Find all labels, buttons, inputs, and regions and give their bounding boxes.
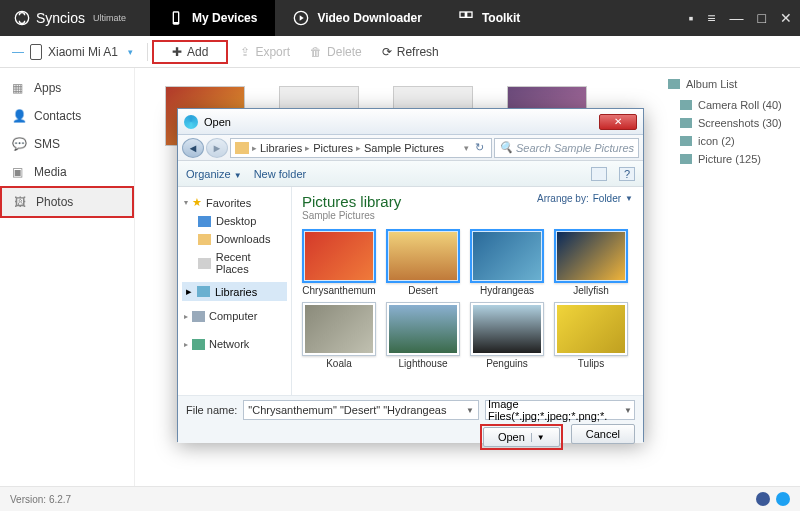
picture-name: Hydrangeas — [470, 285, 544, 296]
maximize-button[interactable]: □ — [758, 10, 766, 26]
twitter-icon[interactable] — [776, 492, 790, 506]
picture-name: Koala — [302, 358, 376, 369]
add-button[interactable]: ✚ Add — [162, 45, 218, 59]
grid-icon — [458, 10, 474, 26]
dialog-title: Open — [204, 116, 231, 128]
close-button[interactable]: ✕ — [780, 10, 792, 26]
device-icon — [30, 44, 42, 60]
breadcrumb-bar[interactable]: ▸ Libraries ▸ Pictures ▸ Sample Pictures… — [230, 138, 492, 158]
nav-downloads[interactable]: Downloads — [182, 230, 287, 248]
dialog-search-input[interactable]: 🔍 Search Sample Pictures — [494, 138, 639, 158]
picture-item[interactable]: Penguins — [470, 302, 544, 369]
album-item[interactable]: Camera Roll (40) — [668, 96, 792, 114]
sidebar-item-media[interactable]: ▣Media — [0, 158, 134, 186]
libraries-icon — [197, 286, 210, 297]
device-name: Xiaomi Mi A1 — [48, 45, 118, 59]
action-bar: — Xiaomi Mi A1 ▾ ✚ Add ⇪ Export 🗑 Delete… — [0, 36, 800, 68]
highlight-photos: 🖼Photos — [0, 186, 134, 218]
nav-network[interactable]: ▸Network — [182, 335, 287, 353]
picture-item[interactable]: Desert — [386, 229, 460, 296]
device-selector[interactable]: — Xiaomi Mi A1 ▾ — [0, 44, 145, 60]
library-subtitle: Sample Pictures — [302, 210, 401, 221]
recent-icon — [198, 258, 211, 269]
refresh-icon: ⟳ — [382, 45, 392, 59]
nav-desktop[interactable]: Desktop — [182, 212, 287, 230]
dialog-address-bar: ◄ ► ▸ Libraries ▸ Pictures ▸ Sample Pict… — [178, 135, 643, 161]
downloads-icon — [198, 234, 211, 245]
svg-rect-2 — [174, 13, 178, 22]
delete-button[interactable]: 🗑 Delete — [300, 45, 372, 59]
tab-toolkit[interactable]: Toolkit — [440, 0, 538, 36]
view-mode-button[interactable] — [591, 167, 607, 181]
left-sidebar: ▦Apps 👤Contacts 💬SMS ▣Media 🖼Photos — [0, 68, 135, 486]
filename-input[interactable]: "Chrysanthemum" "Desert" "Hydrangeas▼ — [243, 400, 479, 420]
minimize-button[interactable]: — — [730, 10, 744, 26]
sidebar-item-sms[interactable]: 💬SMS — [0, 130, 134, 158]
title-bar: Syncios Ultimate My Devices Video Downlo… — [0, 0, 800, 36]
picture-item[interactable]: Chrysanthemum — [302, 229, 376, 296]
syncios-icon — [14, 10, 30, 26]
album-list-header: Album List — [668, 78, 792, 90]
picture-item[interactable]: Hydrangeas — [470, 229, 544, 296]
nav-back-button[interactable]: ◄ — [182, 138, 204, 158]
help-button[interactable]: ? — [619, 167, 635, 181]
highlight-open: Open▼ — [480, 424, 563, 450]
tab-video-downloader[interactable]: Video Downloader — [275, 0, 439, 36]
status-bar: Version: 6.2.7 — [0, 486, 800, 511]
social-links — [756, 492, 790, 506]
arrange-by-menu[interactable]: Arrange by: Folder ▼ — [537, 193, 633, 204]
picture-name: Jellyfish — [554, 285, 628, 296]
feedback-icon[interactable]: ▪ — [688, 10, 693, 26]
sidebar-item-contacts[interactable]: 👤Contacts — [0, 102, 134, 130]
svg-rect-4 — [460, 12, 465, 17]
dialog-titlebar: Open ✕ — [178, 109, 643, 135]
export-icon: ⇪ — [240, 45, 250, 59]
library-title: Pictures library — [302, 193, 401, 210]
folder-icon — [680, 136, 692, 146]
picture-name: Tulips — [554, 358, 628, 369]
tab-my-devices[interactable]: My Devices — [150, 0, 275, 36]
album-item[interactable]: Screenshots (30) — [668, 114, 792, 132]
dialog-close-button[interactable]: ✕ — [599, 114, 637, 130]
play-icon — [293, 10, 309, 26]
picture-item[interactable]: Lighthouse — [386, 302, 460, 369]
app-logo: Syncios Ultimate — [0, 10, 140, 26]
open-file-dialog: Open ✕ ◄ ► ▸ Libraries ▸ Pictures ▸ Samp… — [177, 108, 644, 442]
album-icon — [668, 79, 680, 89]
add-icon: ✚ — [172, 45, 182, 59]
picture-item[interactable]: Tulips — [554, 302, 628, 369]
sidebar-item-photos[interactable]: 🖼Photos — [2, 188, 132, 216]
library-icon — [235, 142, 249, 154]
filetype-select[interactable]: Image Files(*.jpg;*.jpeg;*.png;*.▼ — [485, 400, 635, 420]
new-folder-button[interactable]: New folder — [254, 168, 307, 180]
filename-label: File name: — [186, 404, 237, 416]
export-button[interactable]: ⇪ Export — [230, 45, 300, 59]
app-edition: Ultimate — [93, 13, 126, 23]
folder-icon — [680, 100, 692, 110]
sms-icon: 💬 — [12, 137, 26, 151]
menu-icon[interactable]: ≡ — [707, 10, 715, 26]
picture-item[interactable]: Jellyfish — [554, 229, 628, 296]
app-name: Syncios — [36, 10, 85, 26]
nav-forward-button[interactable]: ► — [206, 138, 228, 158]
album-item[interactable]: icon (2) — [668, 132, 792, 150]
svg-rect-5 — [467, 12, 472, 17]
nav-recent[interactable]: Recent Places — [182, 248, 287, 278]
folder-icon — [680, 118, 692, 128]
nav-favorites[interactable]: ▾★Favorites — [182, 193, 287, 212]
nav-computer[interactable]: ▸Computer — [182, 307, 287, 325]
media-icon: ▣ — [12, 165, 26, 179]
open-button[interactable]: Open▼ — [483, 427, 560, 447]
dialog-file-list: Pictures library Sample Pictures Arrange… — [292, 187, 643, 395]
refresh-button[interactable]: ⟳ Refresh — [372, 45, 449, 59]
apps-icon: ▦ — [12, 81, 26, 95]
sidebar-item-apps[interactable]: ▦Apps — [0, 74, 134, 102]
organize-menu[interactable]: Organize ▼ — [186, 168, 242, 180]
dialog-footer: File name: "Chrysanthemum" "Desert" "Hyd… — [178, 395, 643, 443]
facebook-icon[interactable] — [756, 492, 770, 506]
album-item[interactable]: Picture (125) — [668, 150, 792, 168]
cancel-button[interactable]: Cancel — [571, 424, 635, 444]
folder-icon — [680, 154, 692, 164]
picture-item[interactable]: Koala — [302, 302, 376, 369]
nav-libraries[interactable]: ▸Libraries — [182, 282, 287, 301]
